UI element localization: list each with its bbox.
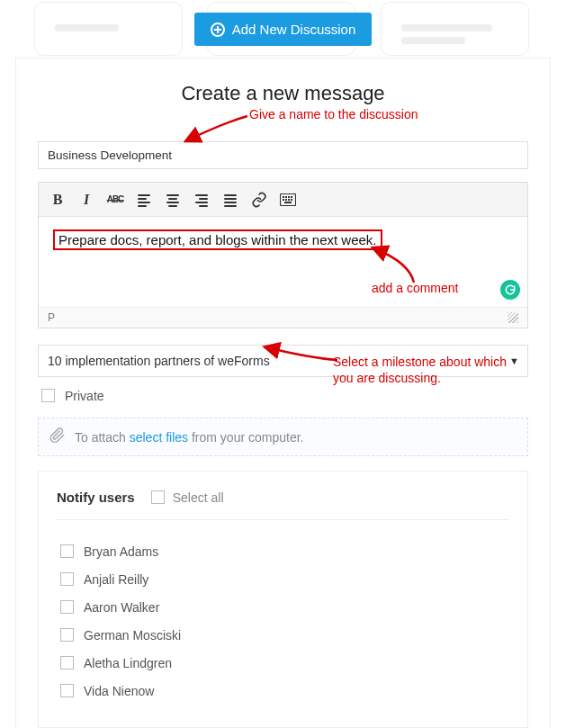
user-checkbox[interactable]	[60, 684, 74, 697]
editor-text-content: Prepare docs, report, and blogs within t…	[53, 229, 382, 250]
svg-rect-20	[291, 196, 292, 198]
attach-prefix: To attach	[75, 430, 126, 445]
editor-element-path: P	[48, 311, 55, 324]
toolbar-align-center-button[interactable]	[161, 188, 184, 211]
toolbar-keyboard-button[interactable]	[276, 188, 300, 211]
toolbar-link-button[interactable]	[247, 188, 271, 211]
select-all-checkbox[interactable]	[151, 490, 165, 504]
svg-rect-18	[285, 196, 287, 198]
editor-content-area[interactable]: Prepare docs, report, and blogs within t…	[39, 217, 527, 307]
user-name-label: Aaron Walker	[84, 600, 159, 615]
plus-circle-icon	[211, 22, 225, 37]
toolbar-italic-button[interactable]: I	[75, 188, 98, 211]
svg-rect-19	[288, 196, 290, 198]
user-row: Bryan Adams	[57, 542, 509, 561]
editor-toolbar: B I ABC	[39, 183, 527, 217]
attach-suffix: from your computer.	[192, 430, 304, 445]
user-row: Vida Nienow	[57, 681, 509, 700]
user-row: Aletha Lindgren	[57, 653, 509, 672]
user-name-label: Vida Nienow	[84, 684, 154, 698]
svg-rect-24	[291, 199, 292, 201]
user-name-label: German Mosciski	[84, 628, 181, 643]
toolbar-align-left-button[interactable]	[132, 188, 156, 211]
user-checkbox[interactable]	[60, 572, 74, 586]
create-message-panel: Create a new message B I ABC	[15, 58, 551, 728]
discussion-title-input[interactable]	[38, 141, 528, 169]
user-name-label: Anjali Reilly	[84, 572, 148, 587]
svg-rect-23	[288, 199, 290, 201]
private-label: Private	[65, 389, 104, 403]
toolbar-strikethrough-button[interactable]: ABC	[103, 188, 127, 211]
milestone-select[interactable]: 10 implementation partners of weForms	[38, 345, 528, 377]
user-checkbox[interactable]	[60, 656, 74, 670]
add-new-discussion-button[interactable]: Add New Discussion	[194, 13, 373, 46]
svg-rect-21	[283, 199, 284, 201]
user-checkbox[interactable]	[60, 600, 74, 614]
attach-files-row: To attach select files from your compute…	[38, 418, 528, 456]
paperclip-icon	[49, 427, 66, 446]
svg-rect-22	[285, 199, 287, 201]
toolbar-align-right-button[interactable]	[190, 188, 213, 211]
toolbar-align-justify-button[interactable]	[219, 188, 242, 211]
user-checkbox[interactable]	[60, 628, 74, 642]
svg-rect-25	[284, 202, 292, 203]
user-checkbox[interactable]	[60, 544, 74, 558]
editor-resize-handle[interactable]	[508, 312, 518, 323]
grammarly-icon	[500, 280, 520, 300]
user-row: German Mosciski	[57, 625, 509, 644]
notify-users-heading: Notify users	[57, 490, 135, 505]
panel-heading: Create a new message	[38, 82, 528, 105]
add-new-discussion-label: Add New Discussion	[232, 22, 356, 37]
notify-users-box: Notify users Select all Bryan AdamsAnjal…	[38, 471, 528, 728]
select-all-label: Select all	[173, 490, 224, 505]
user-name-label: Aletha Lindgren	[84, 656, 172, 670]
user-row: Aaron Walker	[57, 598, 509, 616]
svg-rect-17	[283, 196, 284, 198]
private-checkbox[interactable]	[41, 389, 55, 402]
select-files-link[interactable]: select files	[130, 430, 188, 445]
toolbar-bold-button[interactable]: B	[46, 188, 69, 211]
user-row: Anjali Reilly	[57, 570, 509, 589]
editor-status-bar: P	[39, 307, 527, 328]
user-name-label: Bryan Adams	[84, 544, 158, 559]
message-editor: B I ABC	[38, 182, 528, 328]
